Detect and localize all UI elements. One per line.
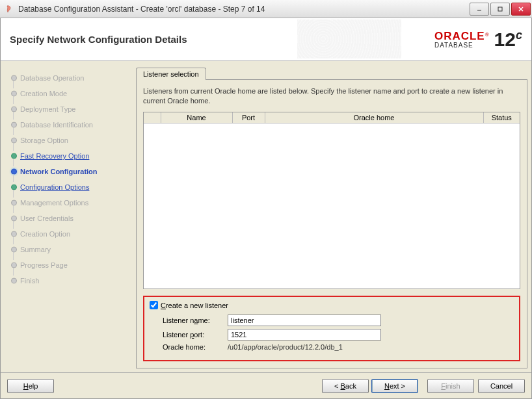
step-fast-recovery-option[interactable]: Fast Recovery Option (7, 148, 129, 164)
minimize-button[interactable] (470, 3, 489, 16)
create-listener-section: Create a new listener Listener name: Lis… (143, 296, 520, 361)
step-deployment-type: Deployment Type (7, 101, 129, 117)
step-finish: Finish (7, 273, 129, 289)
listener-port-label: Listener port: (163, 331, 228, 339)
step-creation-mode: Creation Mode (7, 86, 129, 101)
step-management-options: Management Options (7, 195, 129, 211)
page-title: Specify Network Configuration Details (10, 34, 434, 45)
tab-pane: Listeners from current Oracle home are l… (136, 79, 527, 368)
close-button[interactable] (511, 3, 531, 16)
col-home: Oracle home (265, 112, 483, 123)
step-database-identification: Database Identification (7, 117, 129, 133)
col-port: Port (232, 112, 265, 123)
step-configuration-options[interactable]: Configuration Options (7, 179, 129, 195)
step-user-credentials: User Credentials (7, 211, 129, 226)
back-button[interactable]: < Back (322, 379, 369, 393)
svg-rect-1 (498, 7, 502, 11)
wizard-steps-sidebar: Database OperationCreation ModeDeploymen… (5, 65, 132, 368)
step-progress-page: Progress Page (7, 257, 129, 273)
page-header: Specify Network Configuration Details OR… (1, 18, 531, 61)
col-check (144, 112, 161, 123)
step-creation-option: Creation Option (7, 226, 129, 242)
app-icon (4, 4, 14, 14)
col-name: Name (161, 112, 232, 123)
titlebar: Database Configuration Assistant - Creat… (0, 0, 532, 18)
oracle-home-value: /u01/app/oracle/product/12.2.0/db_1 (228, 343, 343, 351)
description-text: Listeners from current Oracle home are l… (143, 86, 520, 107)
maximize-button[interactable] (490, 3, 510, 16)
listener-port-input[interactable] (228, 329, 381, 341)
listener-table[interactable]: Name Port Oracle home Status (143, 112, 520, 289)
col-status: Status (483, 112, 520, 123)
window-title: Database Configuration Assistant - Creat… (18, 5, 468, 14)
help-button[interactable]: Help (7, 379, 54, 393)
listener-name-label: Listener name: (163, 316, 228, 324)
step-summary: Summary (7, 242, 129, 257)
step-database-operation: Database Operation (7, 70, 129, 86)
create-listener-label: Create a new listener (161, 302, 228, 309)
next-button[interactable]: Next > (371, 379, 418, 393)
tab-listener-selection[interactable]: Listener selection (136, 68, 206, 80)
footer: Help < Back Next > Finish Cancel (1, 372, 531, 398)
cancel-button[interactable]: Cancel (478, 379, 525, 393)
step-storage-option: Storage Option (7, 133, 129, 148)
finish-button: Finish (427, 379, 474, 393)
step-network-configuration[interactable]: Network Configuration (7, 164, 129, 179)
create-listener-checkbox[interactable] (150, 301, 158, 309)
oracle-home-label: Oracle home: (163, 343, 228, 351)
listener-name-input[interactable] (228, 315, 381, 326)
oracle-logo: ORACLE® DATABASE 12c (434, 29, 522, 51)
main-panel: Listener selection Listeners from curren… (136, 65, 527, 368)
